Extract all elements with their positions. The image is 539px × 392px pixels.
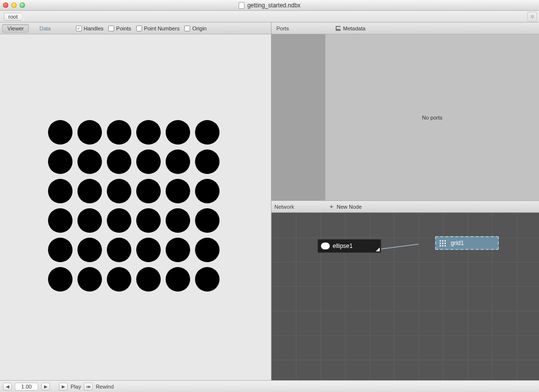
checkbox-points[interactable]: Points [108, 25, 131, 31]
frame-field[interactable]: 1.00 [15, 383, 38, 391]
play-button[interactable]: ▶ [59, 383, 68, 391]
ports-toolbar: Ports Metadata [271, 23, 539, 34]
play-label: Play [71, 384, 81, 390]
checkbox-icon [136, 25, 142, 31]
network-toolbar: Network ＋ New Node [271, 201, 539, 213]
breadcrumb-bar: root ✲ [0, 11, 539, 23]
viewer-canvas[interactable] [0, 34, 271, 380]
document-icon [239, 2, 245, 9]
viewer-toolbar: Viewer Data Handles Points Point Numbers… [0, 23, 271, 34]
checkbox-label: Points [116, 25, 131, 31]
rewind-button[interactable]: ⏮ [84, 383, 93, 391]
playback-bar: ◀ 1.00 ▶ ▶ Play ⏮ Rewind [0, 380, 539, 392]
tab-viewer[interactable]: Viewer [2, 24, 29, 33]
new-node-label: New Node [337, 204, 362, 210]
checkbox-icon [76, 25, 82, 31]
metadata-label: Metadata [343, 25, 366, 31]
checkbox-origin[interactable]: Origin [184, 25, 206, 31]
title-bar: getting_started.ndbx [0, 0, 539, 11]
grid-icon [439, 240, 448, 246]
gear-icon: ✲ [530, 14, 535, 20]
checkbox-label: Handles [84, 25, 103, 31]
plus-icon: ＋ [329, 203, 334, 210]
ports-sidebar [271, 34, 325, 200]
node-label: ellipse1 [333, 243, 353, 249]
settings-button[interactable]: ✲ [527, 12, 537, 22]
network-header: Network [271, 204, 325, 210]
new-node-button[interactable]: ＋ New Node [325, 201, 365, 212]
window-title: getting_started.ndbx [247, 2, 301, 9]
ports-header: Ports [273, 25, 327, 31]
metadata-button[interactable]: Metadata [332, 24, 369, 33]
checkbox-label: Point Numbers [144, 25, 180, 31]
node-grid1[interactable]: grid1 [435, 236, 499, 250]
ellipse-grid-render [48, 120, 220, 296]
checkbox-label: Origin [192, 25, 206, 31]
checkbox-icon [184, 25, 190, 31]
node-label: grid1 [451, 240, 464, 246]
network-grid-background [271, 213, 539, 380]
ports-empty-text: No ports [422, 115, 442, 121]
frame-back-button[interactable]: ◀ [3, 383, 12, 391]
checkbox-point-numbers[interactable]: Point Numbers [136, 25, 180, 31]
frame-forward-button[interactable]: ▶ [41, 383, 50, 391]
ports-content: No ports [325, 34, 539, 200]
network-canvas[interactable]: ellipse1 grid1 [271, 213, 539, 380]
checkbox-icon [108, 25, 114, 31]
node-ellipse1[interactable]: ellipse1 [318, 239, 381, 253]
rewind-label: Rewind [96, 384, 114, 390]
ellipse-icon [321, 243, 330, 249]
render-flag-icon [376, 247, 380, 251]
tab-data[interactable]: Data [34, 24, 56, 33]
list-icon [336, 26, 341, 31]
checkbox-handles[interactable]: Handles [76, 25, 103, 31]
ports-panel: No ports [271, 34, 539, 201]
breadcrumb-root[interactable]: root [4, 13, 22, 21]
